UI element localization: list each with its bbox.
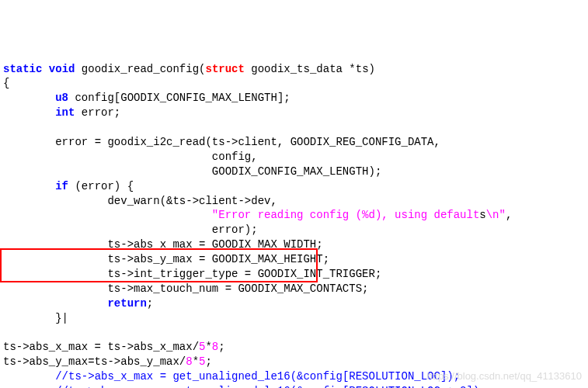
max-touch-assign: ts->max_touch_num = GOODIX_MAX_CONTACTS;: [107, 282, 368, 295]
int-trigger-assign: ts->int_trigger_type = GOODIX_INT_TRIGGE…: [107, 268, 381, 280]
assign-error: error = goodix_i2c_read(ts->client, GOOD…: [55, 136, 440, 148]
type-int: int: [55, 106, 75, 119]
decl-config: config[GOODIX_CONFIG_MAX_LENGTH];: [75, 92, 290, 104]
highlighted-line-1: ts->abs_x_max = ts->abs_x_max/5*8;: [3, 341, 225, 353]
brace-close-cursor: }|: [55, 312, 68, 324]
type-u8: u8: [55, 92, 68, 104]
semicolon: ;: [147, 297, 153, 310]
struct-type: goodix_ts_data: [251, 63, 343, 75]
string-newline: \n": [486, 209, 506, 221]
keyword-return: return: [107, 297, 146, 310]
abs-y-assign: ts->abs_y_max = GOODIX_MAX_HEIGHT;: [107, 253, 329, 265]
string-s: s: [479, 209, 485, 221]
keyword-if: if: [55, 180, 68, 192]
param: *ts: [349, 63, 368, 75]
highlighted-line-2: ts->abs_y_max=ts->abs_y_max/8*5;: [3, 355, 212, 368]
brace-open: {: [3, 77, 9, 89]
comma: ,: [506, 209, 512, 221]
comment-line-1: //ts->abs_x_max = get_unaligned_le16(&co…: [55, 370, 460, 383]
keyword-struct: struct: [205, 63, 244, 75]
function-name: goodix_read_config: [82, 63, 199, 75]
code-block: static void goodix_read_config(struct go…: [3, 62, 585, 388]
arg-config: config,: [212, 151, 258, 163]
arg-maxlen: GOODIX_CONFIG_MAX_LENGTH);: [212, 165, 381, 178]
abs-x-assign: ts->abs_x_max = GOODIX_MAX_WIDTH;: [107, 238, 322, 251]
keyword-void: void: [49, 63, 75, 75]
keyword-static: static: [3, 63, 42, 75]
string-literal: "Error reading config (%d), using defaul…: [212, 209, 479, 221]
comment-line-2: //ts->abs_y_max = get_unaligned_le16(&co…: [55, 385, 486, 388]
if-cond: (error) {: [75, 180, 134, 192]
decl-error: error;: [82, 106, 120, 119]
dev-warn: dev_warn(&ts->client->dev,: [107, 195, 277, 207]
warn-error-arg: error);: [212, 223, 258, 236]
